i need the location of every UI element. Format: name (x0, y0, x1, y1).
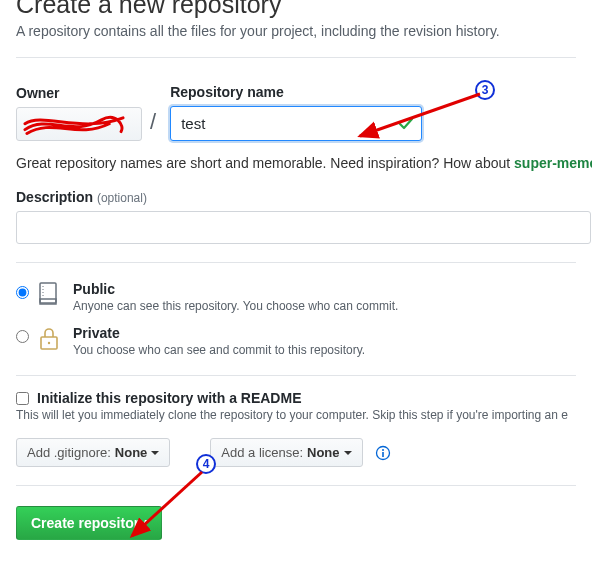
description-input[interactable] (16, 211, 591, 244)
visibility-public-radio[interactable] (16, 286, 29, 299)
annotation-step-3: 3 (475, 80, 495, 100)
init-readme-desc: This will let you immediately clone the … (16, 408, 576, 422)
init-readme-label: Initialize this repository with a README (37, 390, 301, 406)
info-icon[interactable] (375, 445, 391, 461)
create-repository-button[interactable]: Create repository (16, 506, 162, 540)
license-dropdown[interactable]: Add a license: None (210, 438, 362, 467)
chevron-down-icon (151, 451, 159, 455)
private-title: Private (73, 325, 365, 341)
repo-name-label: Repository name (170, 84, 422, 100)
slash-separator: / (150, 109, 156, 141)
public-title: Public (73, 281, 398, 297)
svg-rect-1 (40, 299, 56, 304)
visibility-private-radio[interactable] (16, 330, 29, 343)
repo-suggestion-link[interactable]: super-meme (514, 155, 592, 171)
owner-select-button[interactable] (16, 107, 142, 141)
chevron-down-icon (344, 451, 352, 455)
svg-point-6 (382, 449, 384, 451)
lock-icon (37, 325, 65, 356)
repo-icon (37, 281, 65, 312)
check-icon (398, 116, 414, 132)
svg-rect-7 (382, 452, 384, 457)
svg-point-4 (48, 342, 50, 344)
redaction-scribble (23, 112, 127, 138)
divider (16, 262, 576, 263)
gitignore-dropdown[interactable]: Add .gitignore: None (16, 438, 170, 467)
init-readme-checkbox[interactable] (16, 392, 29, 405)
public-desc: Anyone can see this repository. You choo… (73, 299, 398, 313)
divider (16, 375, 576, 376)
svg-rect-0 (40, 283, 56, 303)
annotation-step-4: 4 (196, 454, 216, 474)
page-subtitle: A repository contains all the files for … (16, 23, 576, 39)
divider (16, 57, 576, 58)
repo-name-hint: Great repository names are short and mem… (16, 155, 576, 171)
divider (16, 485, 576, 486)
owner-label: Owner (16, 85, 142, 101)
description-label: Description (16, 189, 93, 205)
page-title: Create a new repository (16, 0, 576, 19)
private-desc: You choose who can see and commit to thi… (73, 343, 365, 357)
repo-name-input[interactable] (170, 106, 422, 141)
optional-tag: (optional) (97, 191, 147, 205)
